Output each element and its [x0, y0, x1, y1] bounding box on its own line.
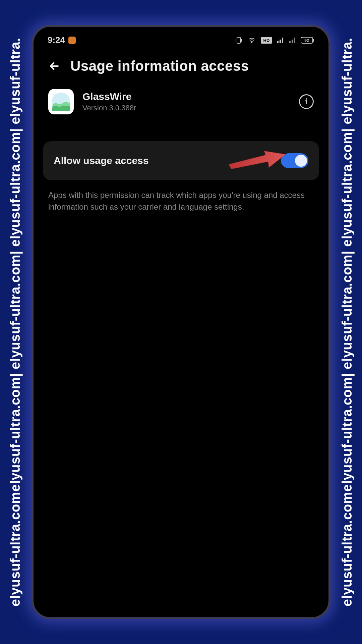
app-info-button[interactable]: i	[299, 94, 314, 109]
svg-rect-0	[237, 37, 240, 43]
watermark-left: elyusuf-ultra.comelyusuf-ultra.com| elyu…	[0, 0, 30, 644]
battery-icon: 92	[301, 37, 314, 44]
status-left: 9:24	[48, 35, 76, 45]
arrow-left-icon	[48, 60, 61, 72]
annotation-arrow-icon	[229, 148, 286, 173]
svg-text:HD: HD	[263, 38, 270, 43]
watermark-right: elyusuf-ultra.comelyusuf-ultra.com| elyu…	[332, 0, 362, 644]
app-version: Version 3.0.388r	[82, 104, 290, 112]
page-header: Usage information access	[34, 48, 328, 81]
back-button[interactable]	[47, 59, 62, 73]
toggle-thumb	[295, 155, 307, 167]
app-row: GlassWire Version 3.0.388r i	[34, 81, 328, 124]
svg-text:92: 92	[304, 38, 309, 43]
allow-usage-access-row[interactable]: Allow usage access	[43, 141, 319, 180]
wifi-icon	[247, 37, 256, 44]
signal-icon-2	[289, 37, 296, 44]
allow-usage-access-toggle[interactable]	[281, 153, 308, 168]
status-bar: 9:24 HD 92	[34, 27, 328, 48]
status-time: 9:24	[48, 35, 65, 45]
notification-dot-icon	[68, 37, 76, 44]
svg-point-1	[251, 42, 252, 43]
phone-frame: 9:24 HD 92	[34, 27, 328, 617]
volte-icon: HD	[261, 37, 272, 44]
vibrate-icon	[235, 36, 243, 44]
svg-rect-5	[313, 39, 314, 42]
info-icon: i	[305, 97, 307, 107]
app-info: GlassWire Version 3.0.388r	[82, 91, 290, 112]
permission-description: Apps with this permission can track whic…	[34, 180, 328, 222]
setting-label: Allow usage access	[54, 155, 148, 166]
status-right: HD 92	[235, 36, 314, 44]
page-title: Usage information access	[70, 58, 249, 74]
signal-icon	[277, 37, 284, 44]
app-icon	[48, 89, 74, 114]
app-name: GlassWire	[82, 91, 290, 102]
svg-marker-8	[229, 151, 286, 169]
